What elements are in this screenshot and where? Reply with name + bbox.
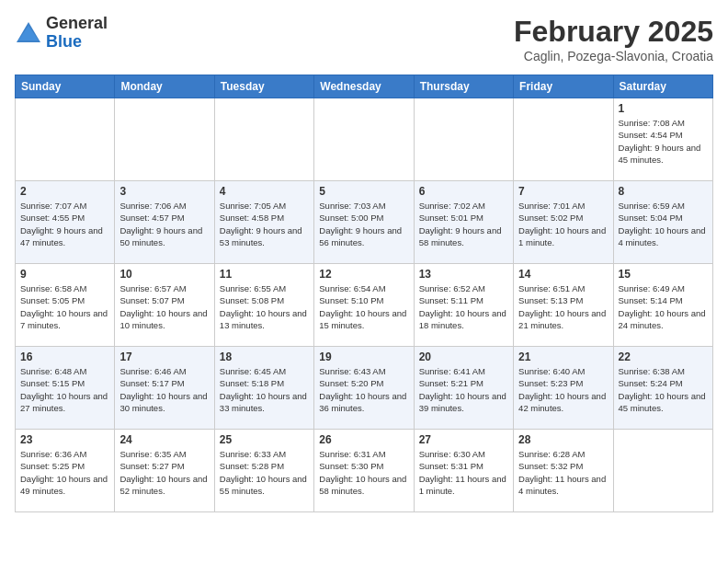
- calendar-cell: 18Sunrise: 6:45 AM Sunset: 5:18 PM Dayli…: [214, 347, 313, 430]
- calendar-cell: 19Sunrise: 6:43 AM Sunset: 5:20 PM Dayli…: [314, 347, 414, 430]
- calendar-cell: 13Sunrise: 6:52 AM Sunset: 5:11 PM Dayli…: [414, 264, 513, 347]
- calendar-cell: 26Sunrise: 6:31 AM Sunset: 5:30 PM Dayli…: [314, 430, 414, 512]
- calendar-cell: 3Sunrise: 7:06 AM Sunset: 4:57 PM Daylig…: [115, 181, 214, 264]
- day-info: Sunrise: 6:46 AM Sunset: 5:17 PM Dayligh…: [119, 365, 209, 414]
- day-number: 4: [220, 185, 309, 198]
- day-info: Sunrise: 7:06 AM Sunset: 4:57 PM Dayligh…: [119, 200, 209, 248]
- day-info: Sunrise: 7:07 AM Sunset: 4:55 PM Dayligh…: [20, 200, 109, 248]
- day-info: Sunrise: 7:05 AM Sunset: 4:58 PM Dayligh…: [220, 200, 309, 248]
- day-info: Sunrise: 6:55 AM Sunset: 5:08 PM Dayligh…: [220, 282, 309, 331]
- day-info: Sunrise: 6:40 AM Sunset: 5:23 PM Dayligh…: [518, 365, 608, 414]
- day-info: Sunrise: 6:48 AM Sunset: 5:15 PM Dayligh…: [20, 365, 109, 414]
- day-info: Sunrise: 6:36 AM Sunset: 5:25 PM Dayligh…: [20, 448, 109, 497]
- calendar-cell: 17Sunrise: 6:46 AM Sunset: 5:17 PM Dayli…: [115, 347, 214, 430]
- day-number: 15: [619, 268, 708, 281]
- day-number: 10: [119, 268, 209, 281]
- day-info: Sunrise: 7:01 AM Sunset: 5:02 PM Dayligh…: [518, 200, 608, 248]
- calendar-cell: [16, 98, 115, 181]
- day-info: Sunrise: 7:02 AM Sunset: 5:01 PM Dayligh…: [419, 200, 508, 248]
- calendar-subtitle: Caglin, Pozega-Slavonia, Croatia: [514, 49, 713, 63]
- calendar-cell: 24Sunrise: 6:35 AM Sunset: 5:27 PM Dayli…: [115, 430, 214, 512]
- calendar-cell: 9Sunrise: 6:58 AM Sunset: 5:05 PM Daylig…: [16, 264, 115, 347]
- calendar-cell: 27Sunrise: 6:30 AM Sunset: 5:31 PM Dayli…: [414, 430, 513, 512]
- calendar-cell: 12Sunrise: 6:54 AM Sunset: 5:10 PM Dayli…: [314, 264, 414, 347]
- day-number: 16: [20, 350, 109, 363]
- day-number: 26: [319, 433, 408, 446]
- day-info: Sunrise: 6:33 AM Sunset: 5:28 PM Dayligh…: [220, 448, 309, 497]
- day-number: 13: [419, 268, 508, 281]
- calendar-cell: 15Sunrise: 6:49 AM Sunset: 5:14 PM Dayli…: [613, 264, 712, 347]
- page-header: General Blue February 2025 Caglin, Pozeg…: [15, 15, 713, 63]
- day-number: 6: [419, 185, 508, 198]
- day-number: 1: [619, 102, 708, 115]
- calendar-cell: 4Sunrise: 7:05 AM Sunset: 4:58 PM Daylig…: [214, 181, 313, 264]
- day-number: 9: [20, 268, 109, 281]
- day-of-week-header: Sunday: [16, 75, 115, 98]
- logo-text: General Blue: [46, 15, 108, 52]
- calendar-cell: 25Sunrise: 6:33 AM Sunset: 5:28 PM Dayli…: [214, 430, 313, 512]
- calendar-cell: [115, 98, 214, 181]
- calendar-title: February 2025: [514, 15, 713, 49]
- day-number: 7: [518, 185, 608, 198]
- day-number: 21: [518, 350, 608, 363]
- day-info: Sunrise: 6:52 AM Sunset: 5:11 PM Dayligh…: [419, 282, 508, 331]
- day-info: Sunrise: 7:08 AM Sunset: 4:54 PM Dayligh…: [619, 117, 708, 166]
- calendar-cell: 11Sunrise: 6:55 AM Sunset: 5:08 PM Dayli…: [214, 264, 313, 347]
- calendar-cell: [214, 98, 313, 181]
- calendar-cell: 8Sunrise: 6:59 AM Sunset: 5:04 PM Daylig…: [613, 181, 712, 264]
- day-info: Sunrise: 6:45 AM Sunset: 5:18 PM Dayligh…: [220, 365, 309, 414]
- svg-marker-1: [18, 26, 39, 40]
- calendar-cell: [514, 98, 613, 181]
- day-info: Sunrise: 6:28 AM Sunset: 5:32 PM Dayligh…: [518, 448, 608, 497]
- calendar-cell: 14Sunrise: 6:51 AM Sunset: 5:13 PM Dayli…: [514, 264, 613, 347]
- day-info: Sunrise: 6:30 AM Sunset: 5:31 PM Dayligh…: [419, 448, 508, 497]
- logo-icon: [15, 20, 42, 46]
- day-info: Sunrise: 6:54 AM Sunset: 5:10 PM Dayligh…: [319, 282, 408, 331]
- day-number: 24: [119, 433, 209, 446]
- calendar-cell: [613, 430, 712, 512]
- day-number: 5: [319, 185, 408, 198]
- day-number: 8: [619, 185, 708, 198]
- calendar-table: SundayMondayTuesdayWednesdayThursdayFrid…: [15, 75, 713, 512]
- day-number: 14: [518, 268, 608, 281]
- day-of-week-header: Friday: [514, 75, 613, 98]
- logo-blue-text: Blue: [46, 32, 82, 51]
- day-number: 18: [220, 350, 309, 363]
- calendar-cell: 5Sunrise: 7:03 AM Sunset: 5:00 PM Daylig…: [314, 181, 414, 264]
- day-info: Sunrise: 6:58 AM Sunset: 5:05 PM Dayligh…: [20, 282, 109, 331]
- day-number: 19: [319, 350, 408, 363]
- day-of-week-header: Tuesday: [214, 75, 313, 98]
- calendar-cell: 22Sunrise: 6:38 AM Sunset: 5:24 PM Dayli…: [613, 347, 712, 430]
- day-info: Sunrise: 7:03 AM Sunset: 5:00 PM Dayligh…: [319, 200, 408, 248]
- day-of-week-header: Monday: [115, 75, 214, 98]
- day-info: Sunrise: 6:41 AM Sunset: 5:21 PM Dayligh…: [419, 365, 508, 414]
- day-number: 28: [518, 433, 608, 446]
- calendar-cell: [414, 98, 513, 181]
- day-info: Sunrise: 6:59 AM Sunset: 5:04 PM Dayligh…: [619, 200, 708, 248]
- day-number: 20: [419, 350, 508, 363]
- day-info: Sunrise: 6:43 AM Sunset: 5:20 PM Dayligh…: [319, 365, 408, 414]
- calendar-cell: 6Sunrise: 7:02 AM Sunset: 5:01 PM Daylig…: [414, 181, 513, 264]
- day-number: 3: [119, 185, 209, 198]
- day-number: 11: [220, 268, 309, 281]
- day-number: 12: [319, 268, 408, 281]
- day-number: 2: [20, 185, 109, 198]
- logo: General Blue: [15, 15, 108, 52]
- day-number: 22: [619, 350, 708, 363]
- calendar-cell: 2Sunrise: 7:07 AM Sunset: 4:55 PM Daylig…: [16, 181, 115, 264]
- calendar-week-row: 16Sunrise: 6:48 AM Sunset: 5:15 PM Dayli…: [16, 347, 713, 430]
- day-of-week-header: Saturday: [613, 75, 712, 98]
- title-block: February 2025 Caglin, Pozega-Slavonia, C…: [514, 15, 713, 63]
- day-info: Sunrise: 6:31 AM Sunset: 5:30 PM Dayligh…: [319, 448, 408, 497]
- calendar-cell: 7Sunrise: 7:01 AM Sunset: 5:02 PM Daylig…: [514, 181, 613, 264]
- calendar-cell: 16Sunrise: 6:48 AM Sunset: 5:15 PM Dayli…: [16, 347, 115, 430]
- calendar-cell: 21Sunrise: 6:40 AM Sunset: 5:23 PM Dayli…: [514, 347, 613, 430]
- logo-general-text: General: [46, 14, 108, 32]
- day-of-week-header: Thursday: [414, 75, 513, 98]
- day-info: Sunrise: 6:38 AM Sunset: 5:24 PM Dayligh…: [619, 365, 708, 414]
- calendar-week-row: 9Sunrise: 6:58 AM Sunset: 5:05 PM Daylig…: [16, 264, 713, 347]
- calendar-week-row: 1Sunrise: 7:08 AM Sunset: 4:54 PM Daylig…: [16, 98, 713, 181]
- day-info: Sunrise: 6:49 AM Sunset: 5:14 PM Dayligh…: [619, 282, 708, 331]
- calendar-cell: 23Sunrise: 6:36 AM Sunset: 5:25 PM Dayli…: [16, 430, 115, 512]
- calendar-cell: 10Sunrise: 6:57 AM Sunset: 5:07 PM Dayli…: [115, 264, 214, 347]
